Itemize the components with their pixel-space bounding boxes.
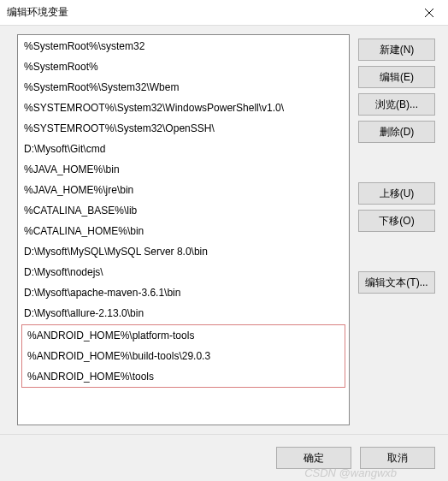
new-button[interactable]: 新建(N) <box>358 39 435 61</box>
highlight-box: %ANDROID_HOME%\platform-tools%ANDROID_HO… <box>21 324 345 388</box>
path-item[interactable]: %SystemRoot%\System32\Wbem <box>19 77 348 98</box>
spacer <box>358 237 435 266</box>
path-item[interactable]: D:\Mysoft\nodejs\ <box>19 262 348 282</box>
path-item[interactable]: %JAVA_HOME%\jre\bin <box>19 180 348 200</box>
path-item[interactable]: %CATALINA_BASE%\lib <box>19 200 348 221</box>
ok-button[interactable]: 确定 <box>276 447 351 469</box>
delete-button[interactable]: 删除(D) <box>358 121 435 143</box>
edit-text-button[interactable]: 编辑文本(T)... <box>358 271 435 294</box>
path-list[interactable]: %SystemRoot%\system32%SystemRoot%%System… <box>17 34 350 425</box>
path-item[interactable]: %ANDROID_HOME%\platform-tools <box>22 325 345 346</box>
move-down-button[interactable]: 下移(O) <box>358 210 435 232</box>
path-item[interactable]: %ANDROID_HOME%\tools <box>22 366 345 387</box>
path-item[interactable]: D:\Mysoft\MySQL\MySQL Server 8.0\bin <box>19 241 348 262</box>
edit-button[interactable]: 编辑(E) <box>358 66 435 88</box>
path-item[interactable]: D:\Mysoft\apache-maven-3.6.1\bin <box>19 282 348 303</box>
dialog-body: %SystemRoot%\system32%SystemRoot%%System… <box>0 26 448 434</box>
path-item[interactable]: D:\Mysoft\Git\cmd <box>19 139 348 159</box>
path-item[interactable]: %CATALINA_HOME%\bin <box>19 221 348 241</box>
path-item[interactable]: %JAVA_HOME%\bin <box>19 159 348 180</box>
button-column: 新建(N) 编辑(E) 浏览(B)... 删除(D) 上移(U) 下移(O) 编… <box>358 34 435 425</box>
path-item[interactable]: %SYSTEMROOT%\System32\WindowsPowerShell\… <box>19 98 348 118</box>
cancel-button[interactable]: 取消 <box>360 447 435 469</box>
titlebar: 编辑环境变量 <box>0 0 448 26</box>
close-icon <box>425 9 433 17</box>
spacer <box>358 148 435 177</box>
close-button[interactable] <box>410 0 448 26</box>
move-up-button[interactable]: 上移(U) <box>358 182 435 205</box>
footer: 确定 取消 <box>0 434 448 481</box>
path-item[interactable]: %SYSTEMROOT%\System32\OpenSSH\ <box>19 118 348 139</box>
path-item[interactable]: %SystemRoot% <box>19 56 348 77</box>
browse-button[interactable]: 浏览(B)... <box>358 93 435 116</box>
path-item[interactable]: D:\Mysoft\allure-2.13.0\bin <box>19 303 348 324</box>
path-item[interactable]: %ANDROID_HOME%\build-tools\29.0.3 <box>22 346 345 366</box>
path-item[interactable]: %SystemRoot%\system32 <box>19 36 348 56</box>
titlebar-text: 编辑环境变量 <box>7 5 68 20</box>
